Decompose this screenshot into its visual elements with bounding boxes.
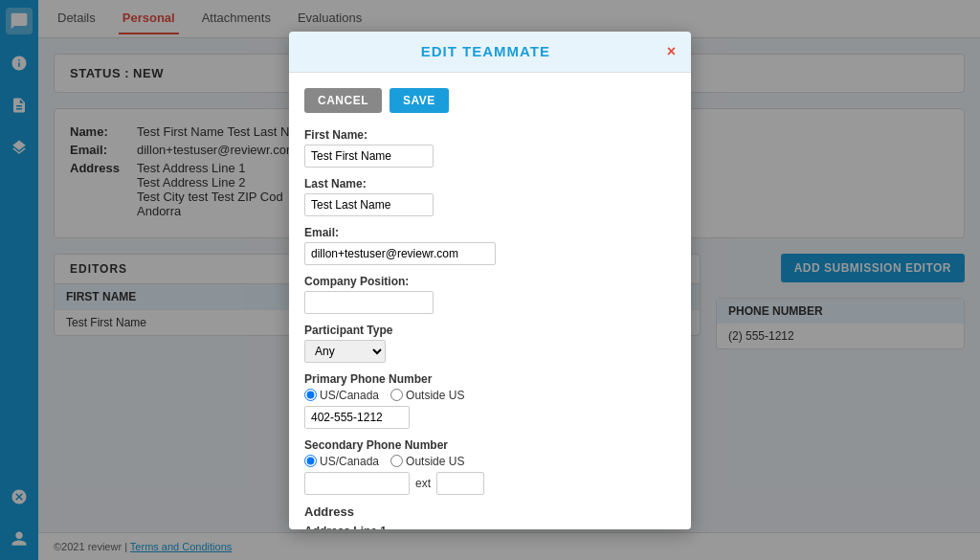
secondary-outside-us-option[interactable]: Outside US (390, 455, 464, 468)
secondary-us-canada-option[interactable]: US/Canada (304, 455, 379, 468)
primary-us-canada-radio[interactable] (304, 389, 317, 401)
last-name-label: Last Name: (304, 177, 676, 190)
secondary-outside-us-radio[interactable] (390, 455, 403, 467)
last-name-input[interactable] (304, 193, 434, 216)
primary-outside-us-radio[interactable] (390, 389, 403, 401)
email-group: Email: (304, 226, 676, 265)
participant-type-group: Participant Type Any Author Reviewer (304, 324, 676, 363)
secondary-us-canada-label: US/Canada (320, 455, 379, 468)
company-position-group: Company Position: (304, 275, 676, 314)
first-name-label: First Name: (304, 128, 676, 142)
cancel-button[interactable]: CANCEL (304, 88, 382, 113)
primary-us-canada-label: US/Canada (320, 389, 379, 402)
modal-overlay[interactable]: EDIT TEAMMATE × CANCEL SAVE First Name: … (0, 0, 980, 560)
email-input[interactable] (304, 242, 496, 265)
company-position-label: Company Position: (304, 275, 676, 288)
secondary-outside-us-label: Outside US (406, 455, 464, 468)
company-position-input[interactable] (304, 291, 434, 314)
ext-input[interactable] (436, 472, 484, 495)
primary-us-canada-option[interactable]: US/Canada (304, 389, 379, 402)
ext-label: ext (415, 477, 431, 490)
secondary-phone-input[interactable] (304, 472, 410, 495)
address-section-title: Address (304, 504, 676, 519)
first-name-input[interactable] (304, 145, 434, 168)
modal-actions: CANCEL SAVE (304, 88, 676, 113)
primary-phone-label: Primary Phone Number (304, 372, 676, 386)
secondary-us-canada-radio[interactable] (304, 455, 317, 467)
secondary-phone-group: Secondary Phone Number US/Canada Outside… (304, 438, 676, 495)
participant-type-label: Participant Type (304, 324, 676, 337)
primary-phone-radio-group: US/Canada Outside US (304, 389, 676, 402)
address-section: Address Address Line 1 Address Line 2 Ci… (304, 504, 676, 529)
primary-outside-us-option[interactable]: Outside US (390, 389, 464, 402)
first-name-group: First Name: (304, 128, 676, 168)
secondary-phone-label: Secondary Phone Number (304, 438, 676, 452)
secondary-phone-row: ext (304, 472, 676, 495)
modal-title: EDIT TEAMMATE (304, 43, 667, 59)
modal-body: CANCEL SAVE First Name: Last Name: Email… (289, 73, 691, 529)
edit-teammate-modal: EDIT TEAMMATE × CANCEL SAVE First Name: … (289, 32, 691, 529)
primary-outside-us-label: Outside US (406, 389, 464, 402)
email-field-label: Email: (304, 226, 676, 239)
primary-phone-input[interactable] (304, 406, 410, 429)
modal-close-button[interactable]: × (667, 43, 676, 60)
modal-header: EDIT TEAMMATE × (289, 32, 691, 73)
secondary-phone-radio-group: US/Canada Outside US (304, 455, 676, 468)
last-name-group: Last Name: (304, 177, 676, 216)
address-line1-group: Address Line 1 (304, 525, 676, 529)
address-line1-label: Address Line 1 (304, 525, 676, 529)
participant-type-select[interactable]: Any Author Reviewer (304, 340, 386, 363)
primary-phone-group: Primary Phone Number US/Canada Outside U… (304, 372, 676, 429)
save-button[interactable]: SAVE (390, 88, 449, 113)
